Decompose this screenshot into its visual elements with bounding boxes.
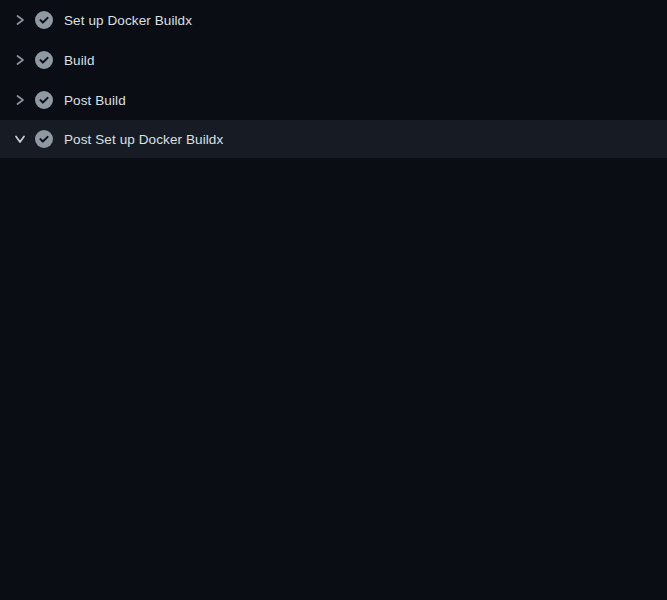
log-line: 12 time="2021-04-23T18:02:38Z" level=deb… [0,409,667,429]
chevron-right-icon[interactable] [14,13,26,27]
log-line: 13 time="2021-04-23T18:02:38Z" level=deb… [0,429,667,449]
check-circle-icon [35,130,53,148]
check-circle-icon [35,11,53,29]
step-row-build[interactable]: Build [0,40,667,80]
step-row-set-up-docker-buildx[interactable]: Set up Docker Buildx [0,0,667,40]
chevron-right-icon[interactable] [14,93,26,107]
log-line: 4 time="2021-04-23T18:02:37Z" level=info… [0,229,667,249]
chevron-right-icon[interactable] [14,53,26,67]
step-name: Post Build [64,93,126,108]
log-line: 11 time="2021-04-23T18:02:38Z" level=deb… [0,389,667,409]
log-line: 19 time="2021-04-23T18:02:38Z" level=deb… [0,549,667,569]
step-row-post-set-up-docker-buildx[interactable]: Post Set up Docker Buildx [0,120,667,158]
log-line: 3 /usr/bin/docker logs buildx_buildkit_b… [0,209,667,229]
log-line: 16 time="2021-04-23T18:02:38Z" level=deb… [0,489,667,509]
steps-list: Set up Docker Buildx Build Post Buil [0,0,667,158]
log-line: 5 time="2021-04-23T18:02:37Z" level=warn… [0,249,667,269]
log-line: 6 time="2021-04-23T18:02:37Z" level=info… [0,269,667,289]
step-row-post-build[interactable]: Post Build [0,80,667,120]
log-line: 15 time="2021-04-23T18:02:38Z" level=deb… [0,469,667,489]
log-line: 17 time="2021-04-23T18:02:38Z" level=deb… [0,509,667,529]
step-name: Post Set up Docker Buildx [64,132,223,147]
step-name: Build [64,53,95,68]
log-area: 1 Post job cleanup. 2 ▼BuildKit containe… [0,158,667,600]
actions-log-viewer: Set up Docker Buildx Build Post Buil [0,0,667,600]
log-line: 10 time="2021-04-23T18:02:37Z" level=inf… [0,369,667,389]
check-circle-icon [35,91,53,109]
check-circle-icon [35,51,53,69]
log-line: 14 time="2021-04-23T18:02:38Z" level=deb… [0,449,667,469]
log-line: 9 time="2021-04-23T18:02:37Z" level=warn… [0,349,667,369]
log-line: 20 time="2021-04-23T18:02:38Z" level=deb… [0,589,667,600]
log-line: 18 time="2021-04-23T18:02:38Z" level=deb… [0,529,667,549]
log-line: 2 ▼BuildKit container logs [0,189,667,209]
log-line: 1 Post job cleanup. [0,169,667,189]
log-line: 7 time="2021-04-23T18:02:37Z" level=warn… [0,309,667,329]
step-name: Set up Docker Buildx [64,13,192,28]
log-line: 8 time="2021-04-23T18:02:37Z" level=info… [0,329,667,349]
log-line-wrapped-continuation: application/vnd.oci.image.index.v1+json,… [0,569,667,589]
chevron-down-icon[interactable] [14,132,26,146]
log-line-wrapped-continuation: linux/riscv64 linux/ppc64le linux/s390x … [0,289,667,309]
